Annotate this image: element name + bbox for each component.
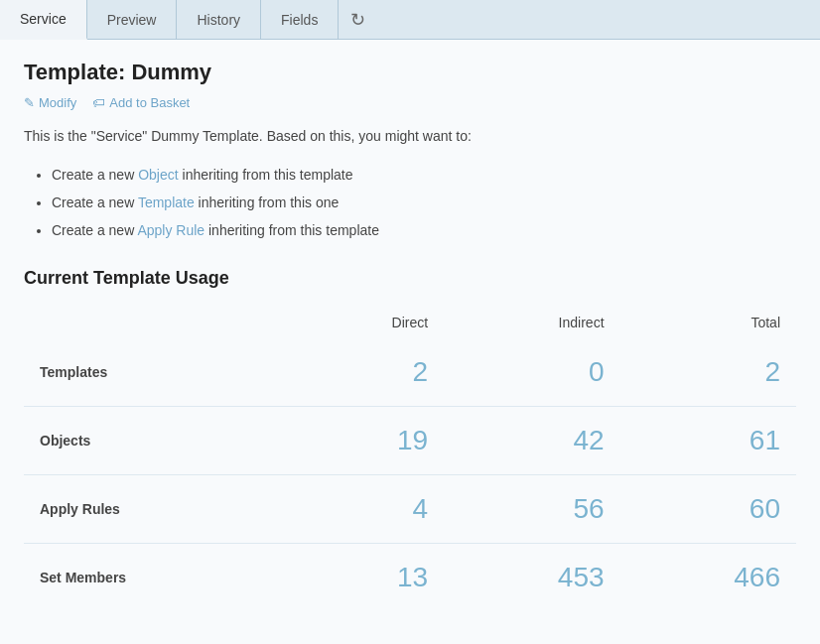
pencil-icon — [24, 95, 35, 110]
tab-service[interactable]: Service — [0, 0, 87, 40]
row-indirect: 0 — [444, 338, 619, 407]
bullet-prefix-2: Create a new — [52, 222, 137, 238]
col-header-direct: Direct — [291, 307, 445, 338]
row-direct: 13 — [291, 544, 445, 612]
template-link[interactable]: Template — [138, 194, 195, 210]
action-links: Modify Add to Basket — [24, 95, 796, 110]
refresh-icon — [350, 9, 365, 31]
row-label: Apply Rules — [24, 475, 291, 544]
col-header-total: Total — [620, 307, 796, 338]
row-direct: 19 — [291, 407, 445, 475]
tab-bar: Service Preview History Fields — [0, 0, 820, 40]
row-label: Objects — [24, 407, 291, 475]
tab-fields-label: Fields — [281, 12, 318, 28]
refresh-button[interactable] — [339, 0, 377, 39]
description-text: This is the "Service" Dummy Template. Ba… — [24, 126, 796, 147]
modify-link[interactable]: Modify — [24, 95, 76, 110]
tab-history-label: History — [197, 12, 240, 28]
row-total: 60 — [620, 475, 796, 544]
page-title: Template: Dummy — [24, 60, 796, 85]
col-header-indirect: Indirect — [444, 307, 619, 338]
bullet-prefix-1: Create a new — [52, 194, 138, 210]
row-total: 2 — [620, 338, 796, 407]
row-label: Set Members — [24, 544, 291, 612]
bullet-prefix-0: Create a new — [52, 167, 138, 183]
list-item: Create a new Object inheriting from this… — [52, 161, 796, 189]
add-to-basket-link[interactable]: Add to Basket — [92, 95, 190, 110]
table-row: Templates 2 0 2 — [24, 338, 796, 407]
bullet-suffix-2: inheriting from this template — [205, 222, 379, 238]
row-indirect: 42 — [444, 407, 619, 475]
bullet-list: Create a new Object inheriting from this… — [52, 161, 796, 244]
list-item: Create a new Apply Rule inheriting from … — [52, 216, 796, 244]
row-direct: 4 — [291, 475, 445, 544]
basket-icon — [92, 95, 105, 110]
list-item: Create a new Template inheriting from th… — [52, 189, 796, 216]
modify-label: Modify — [39, 95, 76, 110]
tab-history[interactable]: History — [177, 0, 261, 39]
row-indirect: 56 — [444, 475, 619, 544]
section-title: Current Template Usage — [24, 268, 796, 289]
row-total: 61 — [620, 407, 796, 475]
table-row: Set Members 13 453 466 — [24, 544, 796, 612]
bullet-suffix-1: inheriting from this one — [195, 194, 340, 210]
object-link[interactable]: Object — [138, 167, 178, 183]
table-row: Apply Rules 4 56 60 — [24, 475, 796, 544]
col-header-label — [24, 307, 291, 338]
table-row: Objects 19 42 61 — [24, 407, 796, 475]
apply-rule-link[interactable]: Apply Rule — [137, 222, 205, 238]
tab-preview[interactable]: Preview — [87, 0, 178, 39]
row-label: Templates — [24, 338, 291, 407]
tab-fields[interactable]: Fields — [261, 0, 339, 39]
row-direct: 2 — [291, 338, 445, 407]
row-total: 466 — [620, 544, 796, 612]
bullet-suffix-0: inheriting from this template — [179, 167, 353, 183]
add-to-basket-label: Add to Basket — [109, 95, 190, 110]
tab-service-label: Service — [20, 11, 67, 27]
main-content: Template: Dummy Modify Add to Basket Thi… — [0, 40, 820, 644]
row-indirect: 453 — [444, 544, 619, 612]
usage-table: Direct Indirect Total Templates 2 0 2 Ob… — [24, 307, 796, 611]
tab-preview-label: Preview — [107, 12, 157, 28]
